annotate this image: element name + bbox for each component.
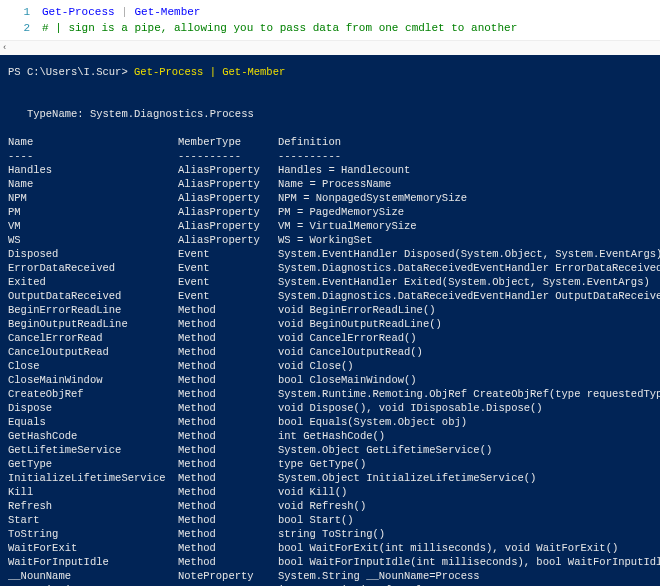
col-name: ErrorDataReceived — [8, 261, 178, 275]
col-membertype: MemberType — [178, 135, 278, 149]
col-membertype: Method — [178, 541, 278, 555]
col-name: Name — [8, 135, 178, 149]
table-row: RefreshMethodvoid Refresh() — [8, 499, 652, 513]
table-row: KillMethodvoid Kill() — [8, 485, 652, 499]
powershell-terminal[interactable]: PS C:\Users\I.Scur> Get-Process | Get-Me… — [0, 55, 660, 586]
col-membertype: Method — [178, 415, 278, 429]
col-definition: PM = PagedMemorySize — [278, 205, 404, 219]
editor-line[interactable]: 2# | sign is a pipe, allowing you to pas… — [4, 20, 660, 36]
table-row: WSAliasPropertyWS = WorkingSet — [8, 233, 652, 247]
col-definition: bool Equals(System.Object obj) — [278, 415, 467, 429]
table-row: CancelOutputReadMethodvoid CancelOutputR… — [8, 345, 652, 359]
col-name: Refresh — [8, 499, 178, 513]
col-name: BeginOutputReadLine — [8, 317, 178, 331]
table-row: CancelErrorReadMethodvoid CancelErrorRea… — [8, 331, 652, 345]
col-membertype: Method — [178, 401, 278, 415]
col-definition: System.Object InitializeLifetimeService(… — [278, 471, 536, 485]
code-editor[interactable]: 1Get-Process | Get-Member2# | sign is a … — [0, 0, 660, 40]
table-row: EqualsMethodbool Equals(System.Object ob… — [8, 415, 652, 429]
col-definition: System.Diagnostics.DataReceivedEventHand… — [278, 261, 660, 275]
col-definition: int GetHashCode() — [278, 429, 385, 443]
col-name: Kill — [8, 485, 178, 499]
col-definition: NPM = NonpagedSystemMemorySize — [278, 191, 467, 205]
col-name: CancelOutputRead — [8, 345, 178, 359]
col-name: Name — [8, 177, 178, 191]
blank-line — [8, 79, 652, 93]
col-name: PM — [8, 205, 178, 219]
col-definition: System.EventHandler Exited(System.Object… — [278, 275, 650, 289]
col-definition: string ToString() — [278, 527, 385, 541]
col-name: InitializeLifetimeService — [8, 471, 178, 485]
col-definition: void Dispose(), void IDisposable.Dispose… — [278, 401, 543, 415]
col-membertype: AliasProperty — [178, 219, 278, 233]
table-row: InitializeLifetimeServiceMethodSystem.Ob… — [8, 471, 652, 485]
col-membertype: Event — [178, 289, 278, 303]
blank-line — [8, 121, 652, 135]
table-row: WaitForExitMethodbool WaitForExit(int mi… — [8, 541, 652, 555]
blank-line — [8, 93, 652, 107]
col-name: VM — [8, 219, 178, 233]
table-row: GetLifetimeServiceMethodSystem.Object Ge… — [8, 443, 652, 457]
col-definition: ---------- — [278, 149, 341, 163]
col-definition: VM = VirtualMemorySize — [278, 219, 417, 233]
col-membertype: AliasProperty — [178, 233, 278, 247]
col-definition: System.Runtime.Remoting.ObjRef CreateObj… — [278, 387, 660, 401]
typename-line: TypeName: System.Diagnostics.Process — [8, 107, 652, 121]
col-membertype: Event — [178, 275, 278, 289]
col-name: OutputDataReceived — [8, 289, 178, 303]
col-definition: Definition — [278, 135, 341, 149]
col-definition: System.Object GetLifetimeService() — [278, 443, 492, 457]
col-definition: System.Diagnostics.DataReceivedEventHand… — [278, 289, 660, 303]
col-membertype: Method — [178, 555, 278, 569]
col-name: GetType — [8, 457, 178, 471]
table-row: __NounNameNotePropertySystem.String __No… — [8, 569, 652, 583]
table-row: ErrorDataReceivedEventSystem.Diagnostics… — [8, 261, 652, 275]
code-token: Get-Process — [42, 6, 115, 18]
col-membertype: Method — [178, 499, 278, 513]
col-membertype: Method — [178, 527, 278, 541]
code-token: Get-Member — [134, 6, 200, 18]
scroll-left-arrow-icon[interactable]: ‹ — [0, 43, 7, 53]
col-definition: void BeginOutputReadLine() — [278, 317, 442, 331]
col-membertype: Method — [178, 359, 278, 373]
col-definition: System.String __NounName=Process — [278, 569, 480, 583]
col-name: CreateObjRef — [8, 387, 178, 401]
col-definition: void CancelOutputRead() — [278, 345, 423, 359]
editor-line[interactable]: 1Get-Process | Get-Member — [4, 4, 660, 20]
code-token: | — [121, 6, 128, 18]
col-membertype: AliasProperty — [178, 205, 278, 219]
col-membertype: Method — [178, 429, 278, 443]
table-row: OutputDataReceivedEventSystem.Diagnostic… — [8, 289, 652, 303]
col-name: Exited — [8, 275, 178, 289]
table-row: GetTypeMethodtype GetType() — [8, 457, 652, 471]
table-row: StartMethodbool Start() — [8, 513, 652, 527]
col-name: GetHashCode — [8, 429, 178, 443]
col-definition: void BeginErrorReadLine() — [278, 303, 436, 317]
col-membertype: AliasProperty — [178, 191, 278, 205]
col-name: Equals — [8, 415, 178, 429]
horizontal-scrollbar[interactable]: ‹ — [0, 40, 660, 55]
table-row: CloseMainWindowMethodbool CloseMainWindo… — [8, 373, 652, 387]
col-name: __NounName — [8, 569, 178, 583]
col-name: CloseMainWindow — [8, 373, 178, 387]
col-name: WS — [8, 233, 178, 247]
col-name: GetLifetimeService — [8, 443, 178, 457]
col-definition: bool Start() — [278, 513, 354, 527]
table-row: DisposedEventSystem.EventHandler Dispose… — [8, 247, 652, 261]
code-content: Get-Process | Get-Member — [42, 4, 200, 20]
code-content: # | sign is a pipe, allowing you to pass… — [42, 20, 517, 36]
col-definition: Name = ProcessName — [278, 177, 391, 191]
line-number: 1 — [4, 4, 42, 20]
col-membertype: AliasProperty — [178, 163, 278, 177]
col-name: NPM — [8, 191, 178, 205]
col-membertype: Method — [178, 443, 278, 457]
table-row: CloseMethodvoid Close() — [8, 359, 652, 373]
code-token: # | sign is a pipe, allowing you to pass… — [42, 22, 517, 34]
col-name: BeginErrorReadLine — [8, 303, 178, 317]
table-row: BeginOutputReadLineMethodvoid BeginOutpu… — [8, 317, 652, 331]
col-membertype: Method — [178, 387, 278, 401]
table-header: NameMemberTypeDefinition — [8, 135, 652, 149]
col-membertype: Event — [178, 247, 278, 261]
table-row: PMAliasPropertyPM = PagedMemorySize — [8, 205, 652, 219]
table-row: HandlesAliasPropertyHandles = Handlecoun… — [8, 163, 652, 177]
